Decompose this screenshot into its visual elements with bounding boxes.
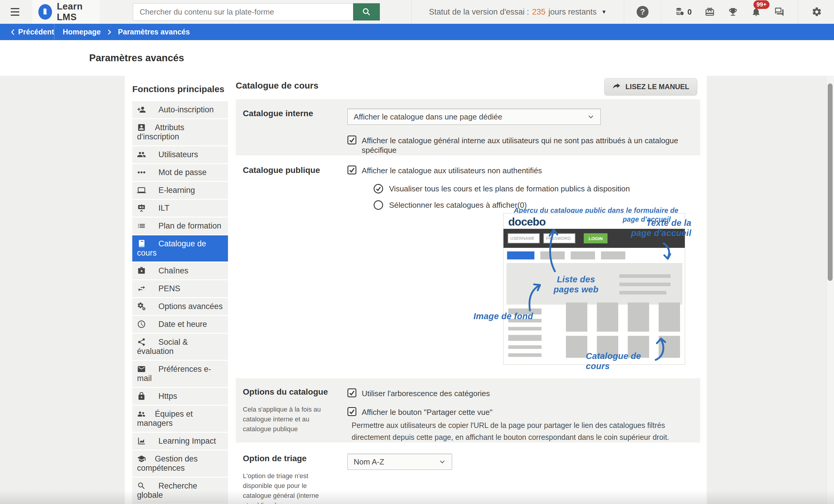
sidebar-item-utilisateurs[interactable]: Utilisateurs: [132, 146, 228, 163]
rewards-button[interactable]: [705, 7, 715, 17]
sidebar-item-learning-impact[interactable]: Learning Impact: [132, 433, 228, 450]
title-band: Paramètres avancés: [0, 40, 834, 76]
category-tree-checkbox-label: Utiliser l'arborescence des catégories: [362, 388, 490, 398]
search-icon: [137, 481, 146, 490]
public-catalog-checkbox[interactable]: [348, 166, 356, 174]
sidebar-item-label: Plan de formation: [158, 221, 221, 230]
grad-cap-icon: [137, 454, 146, 463]
gamification-button[interactable]: [728, 7, 738, 17]
sidebar-item-label: Chaînes: [158, 266, 189, 275]
admin-settings-button[interactable]: [798, 6, 834, 17]
sidebar-item-label: Recherche globale: [137, 481, 197, 500]
placeholder-line: [508, 345, 542, 349]
internal-general-checkbox[interactable]: [348, 135, 356, 145]
chart-icon: [137, 437, 146, 445]
docebo-logo: docebo: [508, 216, 546, 228]
sidebar-item-recherche-globale[interactable]: Recherche globale: [132, 478, 228, 504]
internal-catalog-dropdown[interactable]: Afficher le catalogue dans une page dédi…: [348, 109, 601, 125]
sidebar-item-auto-inscription[interactable]: Auto-inscription: [132, 101, 228, 118]
annotation-course-catalog: Catalogue de cours: [586, 351, 663, 371]
sidebar-item-social-evaluation[interactable]: Social & évaluation: [132, 334, 228, 360]
sidebar-item-label: E-learning: [158, 186, 195, 195]
dropdown-value: Afficher le catalogue dans une page dédi…: [354, 112, 502, 122]
dropdown-value: Nom A-Z: [354, 457, 384, 466]
check-icon: [375, 186, 381, 192]
gift-icon: [705, 7, 715, 17]
sort-option-section: Option de triage L'option de triage n'es…: [236, 442, 700, 504]
presentation-icon: [137, 203, 146, 213]
page-scrollbar[interactable]: [826, 76, 834, 504]
sidebar-item-preferences-email[interactable]: Préférences e-mail: [132, 361, 228, 387]
lock-icon: [137, 392, 146, 400]
public-catalog-preview: Aperçu du catalogue public dans le formu…: [503, 206, 690, 375]
sidebar-item-equipes-managers[interactable]: Équipes et managers: [132, 406, 228, 432]
app-logo[interactable]: Learn LMS: [32, 0, 99, 24]
course-card-placeholder: [628, 303, 649, 332]
share-icon: [137, 337, 146, 347]
placeholder-line: [619, 291, 666, 294]
check-icon: [349, 408, 355, 415]
sidebar-item-mot-de-passe[interactable]: Mot de passe: [132, 164, 228, 181]
share-view-checkbox[interactable]: [348, 407, 356, 416]
notifications-button[interactable]: 99+: [751, 7, 761, 17]
search-input[interactable]: [133, 3, 353, 21]
scrollbar-thumb[interactable]: [828, 84, 833, 281]
sidebar-item-date-et-heure[interactable]: Date et heure: [132, 316, 228, 333]
breadcrumb-home-link[interactable]: Homepage: [63, 28, 101, 36]
chevron-right-icon: [107, 29, 111, 35]
channels-icon: [137, 266, 146, 275]
sidebar-heading: Fonctions principales: [132, 84, 228, 94]
coins-icon: [675, 7, 685, 17]
help-button[interactable]: ?: [624, 6, 661, 18]
sidebar-item-https[interactable]: Https: [132, 388, 228, 405]
sidebar-item-catalogue-de-cours[interactable]: Catalogue de cours: [132, 235, 228, 262]
share-view-checkbox-label: Afficher le bouton "Partager cette vue": [362, 407, 492, 417]
back-button[interactable]: Précédent: [0, 28, 54, 36]
swap-arrows-icon: [137, 284, 146, 293]
search-button[interactable]: [353, 3, 380, 21]
internal-catalog-label: Catalogue interne: [243, 109, 348, 118]
sidebar-item-options-avancees[interactable]: Options avancées: [132, 298, 228, 315]
sort-option-dropdown[interactable]: Nom A-Z: [348, 454, 452, 470]
category-tree-checkbox[interactable]: [348, 388, 356, 397]
sidebar-item-label: Utilisateurs: [158, 150, 198, 159]
sidebar-item-chaines[interactable]: Chaînes: [132, 262, 228, 279]
messages-button[interactable]: [774, 7, 784, 17]
sidebar-item-gestion-competences[interactable]: Gestion des compétences: [132, 451, 228, 477]
sidebar-item-label: Préférences e-mail: [137, 365, 211, 383]
settings-main: Catalogue de cours LISEZ LE MANUEL Catal…: [236, 76, 700, 504]
envelope-icon: [137, 365, 146, 374]
read-manual-button[interactable]: LISEZ LE MANUEL: [604, 78, 697, 95]
trial-days: 235: [532, 7, 545, 17]
id-card-icon: [137, 123, 146, 132]
preview-username-field: USERNAME: [508, 233, 540, 243]
sidebar-item-ilt[interactable]: ILT: [132, 200, 228, 217]
search-icon: [362, 7, 371, 17]
annotation-arrow-icon: [661, 242, 674, 261]
radio-show-all-label: Visualiser tous les cours et les plans d…: [389, 184, 630, 194]
coins-button[interactable]: 0: [675, 7, 692, 17]
settings-sidebar: Fonctions principales Auto-inscription A…: [132, 76, 228, 504]
sidebar-item-pens[interactable]: PENS: [132, 280, 228, 297]
breadcrumb-bar: Précédent Homepage Paramètres avancés: [0, 24, 834, 40]
trial-status[interactable]: Statut de la version d'essai : 235 jours…: [412, 7, 624, 17]
chevron-left-icon: [11, 28, 15, 36]
sidebar-item-attributs-inscription[interactable]: Attributs d'inscription: [132, 119, 228, 145]
radio-show-all-courses[interactable]: [374, 184, 383, 194]
sidebar-item-label: Gestion des compétences: [137, 454, 198, 473]
annotation-arrow-icon: [527, 283, 544, 312]
sidebar-item-label: PENS: [158, 284, 180, 293]
chat-icon: [774, 7, 784, 17]
hamburger-menu-icon[interactable]: [11, 8, 19, 16]
placeholder-line: [508, 335, 542, 341]
annotation-arrow-icon: [545, 228, 562, 272]
sidebar-item-label: Learning Impact: [158, 437, 216, 445]
radio-select-catalogs[interactable]: [374, 200, 383, 210]
placeholder-line: [508, 353, 542, 357]
sidebar-item-plan-de-formation[interactable]: Plan de formation: [132, 218, 228, 235]
share-arrow-icon: [612, 82, 621, 91]
share-view-description: Permettre aux utilisateurs de copier l'U…: [352, 419, 692, 443]
sidebar-item-elearning[interactable]: E-learning: [132, 182, 228, 199]
trial-prefix: Statut de la version d'essai :: [429, 7, 529, 17]
sidebar-item-label: ILT: [158, 203, 170, 213]
